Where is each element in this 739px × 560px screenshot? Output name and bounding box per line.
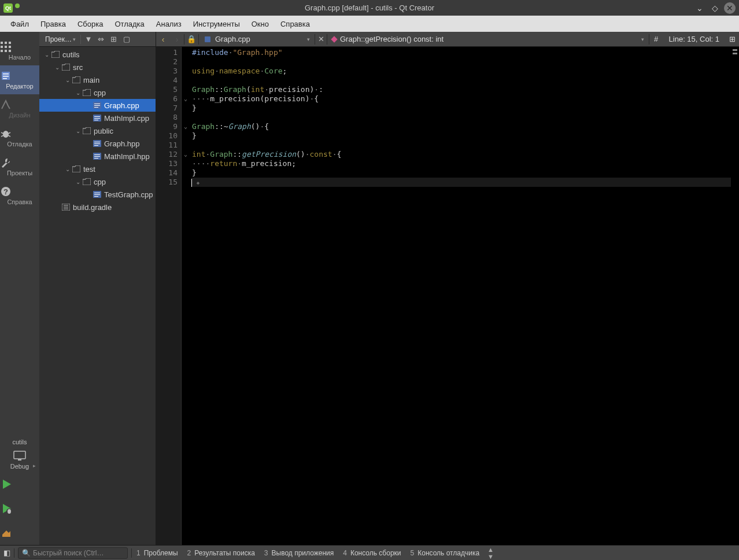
file-icon [93,140,102,147]
svg-rect-41 [94,193,100,193]
quick-search-placeholder: Быстрый поиск (Ctrl… [33,549,104,557]
svg-rect-5 [9,46,11,48]
tree-folder-test[interactable]: ⌄test [39,163,156,175]
svg-rect-21 [18,459,21,460]
output-pane-2[interactable]: 2Результаты поиска [183,546,260,560]
build-button[interactable] [0,521,39,545]
maximize-button[interactable]: ◇ [709,2,720,14]
close-sidebar-button[interactable]: ▢ [120,34,133,45]
project-tree[interactable]: ⌄cutils⌄src⌄main⌄cppGraph.cppMathImpl.cp… [39,47,156,545]
svg-rect-26 [94,105,100,106]
svg-rect-0 [1,42,3,44]
svg-rect-6 [1,50,3,52]
expand-arrow-icon: ⌄ [74,179,82,185]
svg-rect-48 [205,36,210,42]
output-pane-5[interactable]: 5Консоль отладчика [406,546,485,560]
nav-forward-button[interactable]: › [170,32,184,46]
output-pane-3[interactable]: 3Вывод приложения [260,546,338,560]
tree-folder-src[interactable]: ⌄src [39,61,156,73]
menu-правка[interactable]: Правка [35,17,72,31]
current-symbol-label: Graph::getPrecision() const: int [340,35,444,43]
svg-line-17 [8,135,10,137]
kit-selector[interactable]: Debug▸ [0,448,39,472]
tree-folder-public[interactable]: ⌄public [39,124,156,137]
quick-search-input[interactable]: 🔍 Быстрый поиск (Ctrl… [18,547,128,559]
tree-file-graph-cpp[interactable]: Graph.cpp [39,99,156,112]
output-pane-1[interactable]: 1Проблемы [132,546,183,560]
mode-справка[interactable]: ?Справка [0,181,39,210]
svg-rect-39 [94,158,98,159]
svg-rect-35 [94,145,98,146]
hash-button[interactable]: # [649,35,663,43]
tree-file-mathimpl-hpp[interactable]: MathImpl.hpp [39,150,156,163]
svg-rect-25 [94,104,100,104]
expand-arrow-icon: ⌄ [43,51,51,58]
code-editor[interactable]: #include·"Graph.hpp" using·namespace·Cor… [190,47,731,545]
svg-rect-1 [5,42,7,44]
file-icon [61,204,71,211]
svg-rect-20 [14,451,25,459]
svg-rect-11 [3,76,9,77]
tree-folder-cutils[interactable]: ⌄cutils [39,48,156,61]
menu-анализ[interactable]: Анализ [150,17,187,31]
menu-файл[interactable]: Файл [5,17,35,31]
folder-icon [82,178,91,185]
menu-инструменты[interactable]: Инструменты [187,17,246,31]
svg-line-15 [8,132,10,134]
expand-arrow-icon: ⌄ [64,166,72,172]
tree-folder-main[interactable]: ⌄main [39,73,156,86]
svg-rect-33 [94,142,100,142]
menu-сборка[interactable]: Сборка [72,17,109,31]
split-sidebar-button[interactable]: ⊞ [108,34,120,45]
monitor-icon [12,450,27,462]
tree-folder-cpp[interactable]: ⌄cpp [39,86,156,99]
link-icon[interactable]: ⇔ [95,34,108,45]
mode-начало[interactable]: Начало [0,36,39,65]
tree-file-graph-hpp[interactable]: Graph.hpp [39,137,156,150]
project-sidebar: Проек…▾ ▼ ⇔ ⊞ ▢ ⌄cutils⌄src⌄main⌄cppGrap… [39,32,156,545]
svg-rect-7 [5,50,7,52]
editor-area: ‹ › 🔒 Graph.cpp ▾ ✕ Graph::getPrecision(… [156,32,739,545]
svg-rect-37 [94,154,100,155]
split-editor-button[interactable]: ⊞ [725,35,739,43]
qt-logo-icon: Qt [3,3,13,13]
file-icon [93,191,102,198]
run-debug-button[interactable] [0,496,39,521]
menu-отладка[interactable]: Отладка [109,17,150,31]
minimize-button[interactable]: ⌄ [694,2,705,14]
symbol-selector[interactable]: Graph::getPrecision() const: int ▾ [327,35,649,43]
svg-text:?: ? [3,187,8,196]
svg-rect-10 [3,73,9,75]
line-col-indicator[interactable]: Line: 15, Col: 1 [663,35,725,43]
line-number-gutter[interactable]: 123456789101112131415 [156,47,182,545]
editor-scrollbar[interactable] [731,47,739,545]
run-button[interactable] [0,472,39,496]
tree-folder-cpp[interactable]: ⌄cpp [39,175,156,188]
menu-справка[interactable]: Справка [275,17,316,31]
tree-file-build-gradle[interactable]: build.gradle [39,201,156,213]
open-file-selector[interactable]: Graph.cpp ▾ [199,35,315,43]
tree-file-mathimpl-cpp[interactable]: MathImpl.cpp [39,112,156,124]
mode-дизайн[interactable]: Дизайн [0,94,39,123]
file-icon [93,102,102,109]
wrench-icon [0,157,39,168]
mode-проекты[interactable]: Проекты [0,152,39,181]
toggle-sidebar-button[interactable]: ◧ [0,548,14,557]
folder-icon [51,51,60,58]
nav-back-button[interactable]: ‹ [156,32,170,46]
mode-редактор[interactable]: Редактор [0,65,39,94]
close-document-button[interactable]: ✕ [315,35,327,43]
lock-icon[interactable]: 🔒 [184,35,198,43]
close-button[interactable]: ✕ [724,2,736,14]
fold-column[interactable]: ⌄⌄⌄ [182,47,190,545]
menu-окно[interactable]: Окно [246,17,275,31]
search-icon: 🔍 [22,549,31,557]
tree-file-testgraph-cpp[interactable]: TestGraph.cpp [39,188,156,201]
output-pane-4[interactable]: 4Консоль сборки [338,546,405,560]
sidebar-view-selector[interactable]: Проек…▾ [42,35,79,43]
svg-rect-3 [1,46,3,48]
status-bar: ◧ 🔍 Быстрый поиск (Ctrl… 1Проблемы2Резул… [0,545,739,560]
mode-отладка[interactable]: Отладка [0,123,39,152]
filter-icon[interactable]: ▼ [82,34,95,45]
output-pane-updown-icon[interactable]: ▲▼ [487,546,494,560]
